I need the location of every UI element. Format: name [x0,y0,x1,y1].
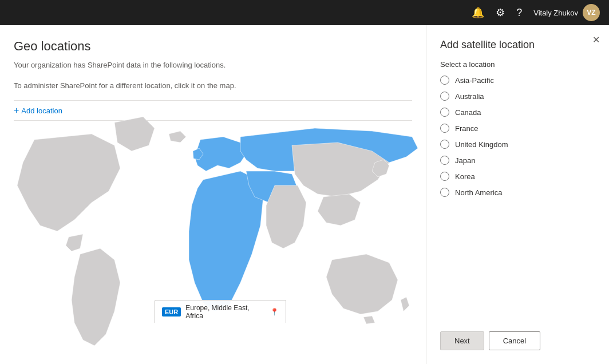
location-pin-icon: 📍 [270,308,279,316]
radio-label-korea: Korea [455,172,475,181]
radio-item-canada[interactable]: Canada [440,108,595,117]
cancel-button[interactable]: Cancel [489,331,540,350]
radio-label-france: France [455,124,478,133]
select-label: Select a location [440,60,595,69]
radio-item-north-america[interactable]: North America [440,188,595,197]
radio-korea[interactable] [440,172,449,181]
help-icon[interactable]: ? [516,7,522,19]
main-content: Geo locations Your organization has Shar… [0,25,609,364]
bell-icon[interactable]: 🔔 [472,6,484,19]
close-button[interactable]: ✕ [592,34,600,45]
radio-france[interactable] [440,124,449,133]
radio-item-korea[interactable]: Korea [440,172,595,181]
world-map: EUR Europe, Middle East, Africa 📍 [0,105,418,364]
avatar: VZ [583,4,600,21]
eur-badge: EUR [162,307,181,316]
radio-canada[interactable] [440,108,449,117]
radio-label-united-kingdom: United Kingdom [455,140,508,149]
radio-item-japan[interactable]: Japan [440,156,595,165]
radio-label-north-america: North America [455,188,502,197]
radio-item-france[interactable]: France [440,124,595,133]
radio-label-japan: Japan [455,156,475,165]
settings-icon[interactable]: ⚙ [496,6,505,19]
eur-tooltip: EUR Europe, Middle East, Africa 📍 [155,300,286,323]
radio-north-america[interactable] [440,188,449,197]
page-description-2: To administer SharePoint for a different… [14,80,412,92]
radio-item-australia[interactable]: Australia [440,92,595,101]
topbar: 🔔 ⚙ ? Vitaly Zhukov VZ [0,0,609,25]
left-panel: Geo locations Your organization has Shar… [0,25,426,364]
radio-label-asia-pacific: Asia-Pacific [455,76,494,85]
panel-buttons: Next Cancel [440,331,595,350]
radio-label-australia: Australia [455,92,484,101]
eur-tooltip-text: Europe, Middle East, Africa [185,304,266,320]
panel-title: Add satellite location [440,39,595,51]
page-title: Geo locations [14,39,412,54]
radio-label-canada: Canada [455,108,481,117]
right-panel: ✕ Add satellite location Select a locati… [426,25,609,364]
location-radio-list: Asia-Pacific Australia Canada France Uni… [440,76,595,318]
radio-asia-pacific[interactable] [440,76,449,85]
radio-united-kingdom[interactable] [440,140,449,149]
username: Vitaly Zhukov [533,9,578,17]
page-description-1: Your organization has SharePoint data in… [14,60,412,71]
radio-japan[interactable] [440,156,449,165]
radio-item-united-kingdom[interactable]: United Kingdom [440,140,595,149]
map-container: EUR Europe, Middle East, Africa 📍 [0,105,426,364]
radio-item-asia-pacific[interactable]: Asia-Pacific [440,76,595,85]
user-info[interactable]: Vitaly Zhukov VZ [533,4,600,21]
next-button[interactable]: Next [440,331,484,350]
radio-australia[interactable] [440,92,449,101]
